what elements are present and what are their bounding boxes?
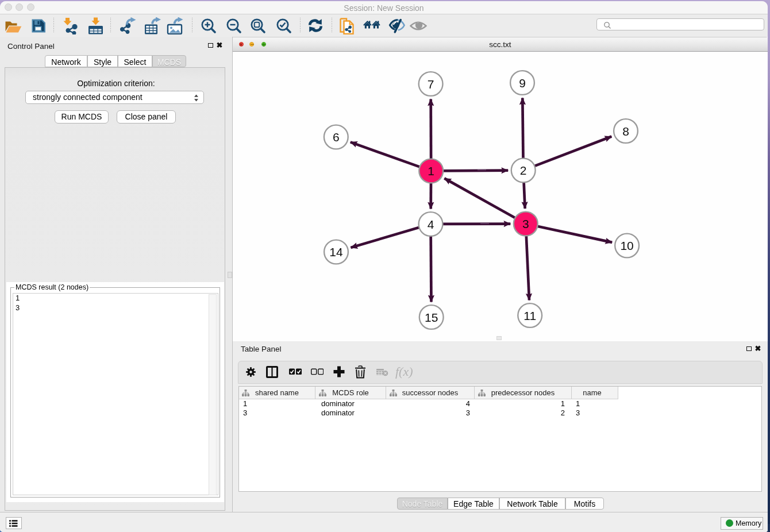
- svg-text:7: 7: [428, 78, 434, 91]
- svg-text:14: 14: [329, 245, 343, 259]
- svg-text:6: 6: [333, 130, 340, 144]
- svg-text:4: 4: [428, 218, 434, 231]
- svg-text:11: 11: [523, 309, 536, 322]
- svg-text:15: 15: [425, 311, 438, 324]
- svg-text:3: 3: [522, 217, 529, 230]
- svg-text:1: 1: [428, 164, 434, 178]
- svg-text:9: 9: [519, 76, 526, 90]
- svg-text:2: 2: [520, 164, 527, 177]
- svg-text:10: 10: [620, 239, 633, 252]
- svg-text:8: 8: [622, 125, 629, 138]
